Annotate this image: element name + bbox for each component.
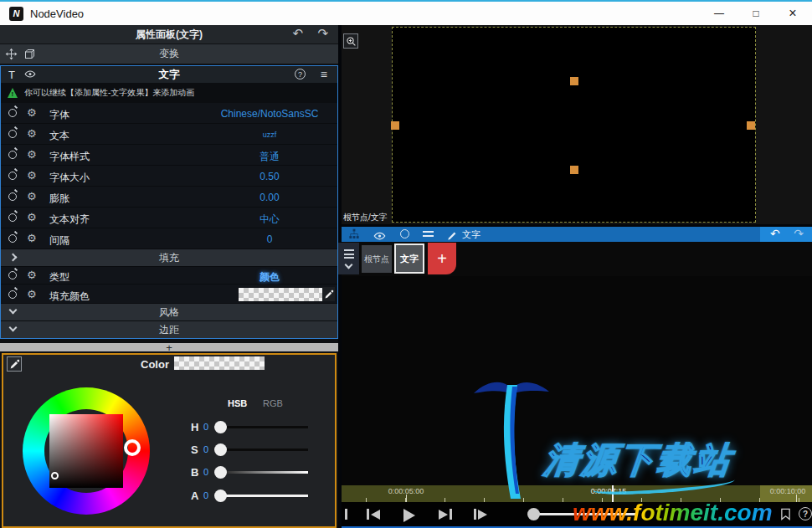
panel-splitter[interactable]: + <box>0 343 338 351</box>
help-icon[interactable]: ? <box>295 69 306 79</box>
section-menu-icon[interactable]: ≡ <box>321 68 327 81</box>
ruler-label: 0:00:10:00 <box>764 487 811 495</box>
keyframe-stopwatch-icon[interactable] <box>8 130 17 138</box>
timeline-undo-redo: ↶ ↷ <box>760 227 812 242</box>
transport-bar: www.fotimeit.com ? <box>342 502 812 528</box>
next-frame-button[interactable] <box>439 509 452 520</box>
keyframe-stopwatch-icon[interactable] <box>8 192 17 201</box>
keyframe-stopwatch-icon[interactable] <box>8 151 17 159</box>
text-value[interactable]: uzzf <box>210 131 329 139</box>
tab-root-node[interactable]: 根节点 <box>362 245 392 273</box>
slider-track[interactable] <box>224 471 308 474</box>
settings-gear-icon[interactable]: ⚙ <box>27 269 37 281</box>
preview-canvas[interactable] <box>392 27 756 223</box>
keyframe-stopwatch-icon[interactable] <box>8 172 17 180</box>
expand-value[interactable]: 0.00 <box>210 192 329 203</box>
transform-handle-bottom[interactable] <box>570 166 578 174</box>
settings-gear-icon[interactable]: ⚙ <box>27 127 37 140</box>
cube-icon <box>23 48 36 63</box>
redo-icon[interactable]: ↷ <box>794 227 804 240</box>
settings-gear-icon[interactable]: ⚙ <box>27 169 37 182</box>
keyframe-stopwatch-icon[interactable] <box>8 290 17 299</box>
keyframe-stopwatch-icon[interactable] <box>8 213 17 222</box>
hue-selector[interactable] <box>124 439 141 456</box>
eye-icon[interactable] <box>24 69 36 81</box>
node-toolbar: 文字 ↶ ↷ <box>342 227 812 242</box>
maximize-button[interactable]: □ <box>743 2 768 25</box>
node-list-button[interactable] <box>338 243 359 274</box>
tab-rgb[interactable]: RGB <box>263 398 283 408</box>
align-value[interactable]: 中心 <box>210 213 329 227</box>
properties-panel-header: 属性面板(文字) ↶ ↷ <box>0 25 338 44</box>
keyframe-stopwatch-icon[interactable] <box>8 234 17 243</box>
font-size-value[interactable]: 0.50 <box>210 171 329 182</box>
text-section-title: 文字 <box>159 68 180 82</box>
properties-panel: 属性面板(文字) ↶ ↷ 变换 T 文字 ? ≡ <box>0 25 338 528</box>
settings-gear-icon[interactable]: ⚙ <box>27 148 37 161</box>
slider-track[interactable] <box>224 426 308 428</box>
property-row-font-size: ⚙ 字体大小 0.50 <box>1 166 337 187</box>
slider-knob[interactable] <box>214 421 227 433</box>
margin-section-header[interactable]: 边距 <box>1 321 337 338</box>
fill-color-swatch[interactable] <box>239 288 329 301</box>
property-row-align: ⚙ 文本对齐 中心 <box>1 208 337 228</box>
add-node-button[interactable]: + <box>428 243 456 274</box>
timeline-zoom-knob[interactable] <box>527 508 540 520</box>
text-tool-icon: T <box>8 69 15 81</box>
sv-selector[interactable] <box>51 472 59 479</box>
undo-icon[interactable]: ↶ <box>770 227 780 240</box>
current-color-swatch[interactable] <box>174 356 265 370</box>
transform-handle-right[interactable] <box>747 121 755 130</box>
tab-hsb[interactable]: HSB <box>228 398 247 408</box>
title-bar: N NodeVideo — □ × <box>0 0 812 25</box>
property-row-spacing: ⚙ 间隔 0 <box>1 228 337 249</box>
property-row-expand: ⚙ 膨胀 0.00 <box>1 187 337 208</box>
hint-banner: ! 你可以继续【添加属性-文字效果】来添加动画 <box>1 83 337 103</box>
font-style-value[interactable]: 普通 <box>210 150 329 164</box>
minimize-button[interactable]: — <box>707 2 732 25</box>
go-to-start-button[interactable] <box>345 509 347 520</box>
play-button[interactable] <box>403 509 415 522</box>
previous-frame-button[interactable] <box>367 509 380 520</box>
slider-track[interactable] <box>224 495 308 497</box>
settings-gear-icon[interactable]: ⚙ <box>27 190 37 202</box>
font-value[interactable]: Chinese/NotoSansSC <box>210 108 329 120</box>
hint-text: 你可以继续【添加属性-文字效果】来添加动画 <box>24 87 194 99</box>
fill-type-value[interactable]: 颜色 <box>210 270 329 285</box>
keyframe-stopwatch-icon[interactable] <box>8 271 17 279</box>
settings-gear-icon[interactable]: ⚙ <box>27 106 37 119</box>
help-button[interactable]: ? <box>799 507 812 520</box>
slider-knob[interactable] <box>214 466 227 479</box>
transform-handle-left[interactable] <box>391 121 399 130</box>
redo-icon[interactable]: ↷ <box>317 26 328 41</box>
settings-gear-icon[interactable]: ⚙ <box>27 211 37 223</box>
transform-handle-top[interactable] <box>570 77 578 85</box>
keyframe-stopwatch-icon[interactable] <box>8 109 17 117</box>
style-section-header[interactable]: 风格 <box>1 304 337 321</box>
slider-knob[interactable] <box>214 443 227 456</box>
editing-node-label: 文字 <box>462 228 481 241</box>
tab-text-node[interactable]: 文字 <box>394 243 424 274</box>
node-tab-bar: 根节点 文字 + <box>342 242 812 276</box>
undo-icon[interactable]: ↶ <box>292 26 303 41</box>
bookmark-icon[interactable] <box>780 508 791 524</box>
step-forward-button[interactable] <box>474 509 487 520</box>
text-section-header[interactable]: T 文字 ? ≡ <box>1 66 337 83</box>
close-button[interactable]: × <box>780 2 805 25</box>
preview-viewport: 根节点/文字 <box>342 25 812 224</box>
eyedropper-button[interactable] <box>7 356 22 372</box>
circle-icon[interactable] <box>400 229 409 238</box>
splitter-plus: + <box>166 344 172 351</box>
list-icon[interactable] <box>423 231 434 237</box>
eyedropper-icon[interactable] <box>322 287 335 301</box>
app-logo-icon: N <box>9 7 23 21</box>
spacing-value[interactable]: 0 <box>210 233 329 245</box>
fill-section-header[interactable]: 填充 <box>1 249 337 267</box>
slider-track[interactable] <box>224 449 308 451</box>
slider-knob[interactable] <box>214 490 227 502</box>
settings-gear-icon[interactable]: ⚙ <box>27 232 37 244</box>
zoom-magnifier-button[interactable] <box>343 33 358 49</box>
transform-section-header[interactable]: 变换 <box>0 44 338 64</box>
settings-gear-icon[interactable]: ⚙ <box>27 288 37 300</box>
saturation-brightness-square[interactable] <box>49 414 123 488</box>
